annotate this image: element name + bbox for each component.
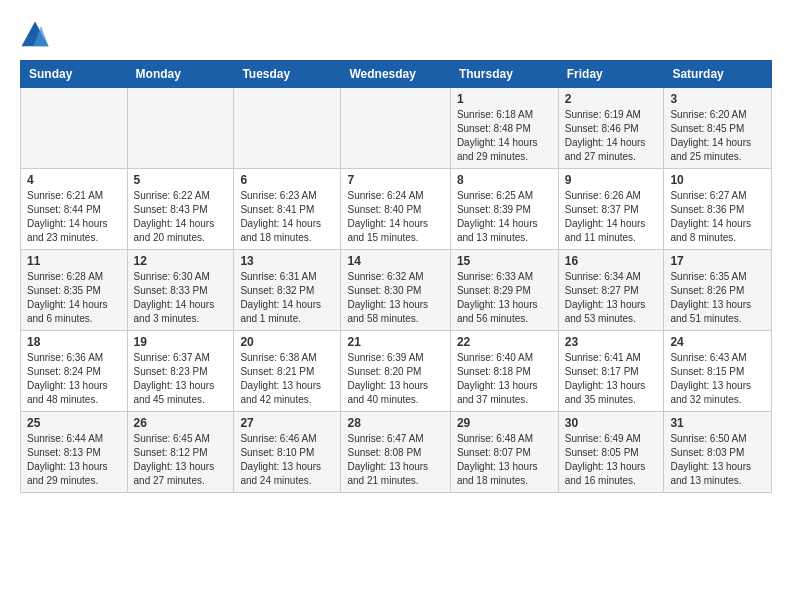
calendar-day-cell: 3Sunrise: 6:20 AM Sunset: 8:45 PM Daylig… — [664, 88, 772, 169]
day-info: Sunrise: 6:28 AM Sunset: 8:35 PM Dayligh… — [27, 270, 121, 326]
day-of-week-header: Sunday — [21, 61, 128, 88]
calendar-day-cell: 31Sunrise: 6:50 AM Sunset: 8:03 PM Dayli… — [664, 412, 772, 493]
calendar-day-cell: 21Sunrise: 6:39 AM Sunset: 8:20 PM Dayli… — [341, 331, 450, 412]
day-info: Sunrise: 6:43 AM Sunset: 8:15 PM Dayligh… — [670, 351, 765, 407]
day-info: Sunrise: 6:37 AM Sunset: 8:23 PM Dayligh… — [134, 351, 228, 407]
day-number: 11 — [27, 254, 121, 268]
day-of-week-header: Friday — [558, 61, 664, 88]
day-number: 8 — [457, 173, 552, 187]
day-info: Sunrise: 6:50 AM Sunset: 8:03 PM Dayligh… — [670, 432, 765, 488]
calendar-day-cell: 7Sunrise: 6:24 AM Sunset: 8:40 PM Daylig… — [341, 169, 450, 250]
calendar-week-row: 25Sunrise: 6:44 AM Sunset: 8:13 PM Dayli… — [21, 412, 772, 493]
day-number: 31 — [670, 416, 765, 430]
calendar-day-cell: 28Sunrise: 6:47 AM Sunset: 8:08 PM Dayli… — [341, 412, 450, 493]
day-number: 19 — [134, 335, 228, 349]
day-info: Sunrise: 6:24 AM Sunset: 8:40 PM Dayligh… — [347, 189, 443, 245]
day-number: 20 — [240, 335, 334, 349]
day-number: 2 — [565, 92, 658, 106]
day-info: Sunrise: 6:38 AM Sunset: 8:21 PM Dayligh… — [240, 351, 334, 407]
day-info: Sunrise: 6:35 AM Sunset: 8:26 PM Dayligh… — [670, 270, 765, 326]
logo — [20, 20, 54, 50]
day-info: Sunrise: 6:18 AM Sunset: 8:48 PM Dayligh… — [457, 108, 552, 164]
day-of-week-header: Monday — [127, 61, 234, 88]
calendar-day-cell — [234, 88, 341, 169]
calendar-day-cell: 6Sunrise: 6:23 AM Sunset: 8:41 PM Daylig… — [234, 169, 341, 250]
calendar-day-cell — [21, 88, 128, 169]
day-number: 15 — [457, 254, 552, 268]
calendar-day-cell: 25Sunrise: 6:44 AM Sunset: 8:13 PM Dayli… — [21, 412, 128, 493]
calendar-day-cell: 24Sunrise: 6:43 AM Sunset: 8:15 PM Dayli… — [664, 331, 772, 412]
calendar-day-cell: 16Sunrise: 6:34 AM Sunset: 8:27 PM Dayli… — [558, 250, 664, 331]
day-of-week-header: Saturday — [664, 61, 772, 88]
day-info: Sunrise: 6:39 AM Sunset: 8:20 PM Dayligh… — [347, 351, 443, 407]
day-number: 4 — [27, 173, 121, 187]
calendar-week-row: 18Sunrise: 6:36 AM Sunset: 8:24 PM Dayli… — [21, 331, 772, 412]
calendar-day-cell: 5Sunrise: 6:22 AM Sunset: 8:43 PM Daylig… — [127, 169, 234, 250]
day-number: 1 — [457, 92, 552, 106]
calendar-day-cell: 17Sunrise: 6:35 AM Sunset: 8:26 PM Dayli… — [664, 250, 772, 331]
day-number: 18 — [27, 335, 121, 349]
day-info: Sunrise: 6:40 AM Sunset: 8:18 PM Dayligh… — [457, 351, 552, 407]
calendar-week-row: 1Sunrise: 6:18 AM Sunset: 8:48 PM Daylig… — [21, 88, 772, 169]
calendar-day-cell: 4Sunrise: 6:21 AM Sunset: 8:44 PM Daylig… — [21, 169, 128, 250]
day-info: Sunrise: 6:36 AM Sunset: 8:24 PM Dayligh… — [27, 351, 121, 407]
calendar-header-row: SundayMondayTuesdayWednesdayThursdayFrid… — [21, 61, 772, 88]
calendar-day-cell: 15Sunrise: 6:33 AM Sunset: 8:29 PM Dayli… — [450, 250, 558, 331]
calendar-day-cell: 13Sunrise: 6:31 AM Sunset: 8:32 PM Dayli… — [234, 250, 341, 331]
day-info: Sunrise: 6:19 AM Sunset: 8:46 PM Dayligh… — [565, 108, 658, 164]
calendar-day-cell: 12Sunrise: 6:30 AM Sunset: 8:33 PM Dayli… — [127, 250, 234, 331]
day-number: 24 — [670, 335, 765, 349]
calendar-day-cell — [341, 88, 450, 169]
calendar-day-cell: 30Sunrise: 6:49 AM Sunset: 8:05 PM Dayli… — [558, 412, 664, 493]
day-info: Sunrise: 6:25 AM Sunset: 8:39 PM Dayligh… — [457, 189, 552, 245]
calendar-day-cell: 2Sunrise: 6:19 AM Sunset: 8:46 PM Daylig… — [558, 88, 664, 169]
day-number: 17 — [670, 254, 765, 268]
day-number: 13 — [240, 254, 334, 268]
day-info: Sunrise: 6:44 AM Sunset: 8:13 PM Dayligh… — [27, 432, 121, 488]
day-number: 21 — [347, 335, 443, 349]
day-number: 26 — [134, 416, 228, 430]
calendar-table: SundayMondayTuesdayWednesdayThursdayFrid… — [20, 60, 772, 493]
day-info: Sunrise: 6:21 AM Sunset: 8:44 PM Dayligh… — [27, 189, 121, 245]
day-info: Sunrise: 6:33 AM Sunset: 8:29 PM Dayligh… — [457, 270, 552, 326]
day-number: 25 — [27, 416, 121, 430]
day-info: Sunrise: 6:48 AM Sunset: 8:07 PM Dayligh… — [457, 432, 552, 488]
calendar-day-cell: 23Sunrise: 6:41 AM Sunset: 8:17 PM Dayli… — [558, 331, 664, 412]
calendar-day-cell: 29Sunrise: 6:48 AM Sunset: 8:07 PM Dayli… — [450, 412, 558, 493]
day-number: 29 — [457, 416, 552, 430]
day-number: 10 — [670, 173, 765, 187]
day-number: 27 — [240, 416, 334, 430]
day-info: Sunrise: 6:46 AM Sunset: 8:10 PM Dayligh… — [240, 432, 334, 488]
calendar-day-cell: 26Sunrise: 6:45 AM Sunset: 8:12 PM Dayli… — [127, 412, 234, 493]
day-number: 5 — [134, 173, 228, 187]
calendar-day-cell: 19Sunrise: 6:37 AM Sunset: 8:23 PM Dayli… — [127, 331, 234, 412]
day-of-week-header: Thursday — [450, 61, 558, 88]
day-number: 7 — [347, 173, 443, 187]
day-number: 3 — [670, 92, 765, 106]
logo-icon — [20, 20, 50, 50]
calendar-day-cell: 10Sunrise: 6:27 AM Sunset: 8:36 PM Dayli… — [664, 169, 772, 250]
day-of-week-header: Tuesday — [234, 61, 341, 88]
calendar-day-cell: 14Sunrise: 6:32 AM Sunset: 8:30 PM Dayli… — [341, 250, 450, 331]
calendar-day-cell — [127, 88, 234, 169]
calendar-day-cell: 18Sunrise: 6:36 AM Sunset: 8:24 PM Dayli… — [21, 331, 128, 412]
page-header — [20, 20, 772, 50]
calendar-day-cell: 9Sunrise: 6:26 AM Sunset: 8:37 PM Daylig… — [558, 169, 664, 250]
day-info: Sunrise: 6:20 AM Sunset: 8:45 PM Dayligh… — [670, 108, 765, 164]
calendar-week-row: 4Sunrise: 6:21 AM Sunset: 8:44 PM Daylig… — [21, 169, 772, 250]
day-info: Sunrise: 6:34 AM Sunset: 8:27 PM Dayligh… — [565, 270, 658, 326]
day-number: 30 — [565, 416, 658, 430]
calendar-day-cell: 1Sunrise: 6:18 AM Sunset: 8:48 PM Daylig… — [450, 88, 558, 169]
day-number: 12 — [134, 254, 228, 268]
day-info: Sunrise: 6:30 AM Sunset: 8:33 PM Dayligh… — [134, 270, 228, 326]
day-number: 16 — [565, 254, 658, 268]
calendar-day-cell: 20Sunrise: 6:38 AM Sunset: 8:21 PM Dayli… — [234, 331, 341, 412]
calendar-day-cell: 27Sunrise: 6:46 AM Sunset: 8:10 PM Dayli… — [234, 412, 341, 493]
calendar-day-cell: 11Sunrise: 6:28 AM Sunset: 8:35 PM Dayli… — [21, 250, 128, 331]
day-number: 9 — [565, 173, 658, 187]
day-info: Sunrise: 6:22 AM Sunset: 8:43 PM Dayligh… — [134, 189, 228, 245]
day-number: 14 — [347, 254, 443, 268]
day-info: Sunrise: 6:32 AM Sunset: 8:30 PM Dayligh… — [347, 270, 443, 326]
day-info: Sunrise: 6:49 AM Sunset: 8:05 PM Dayligh… — [565, 432, 658, 488]
calendar-week-row: 11Sunrise: 6:28 AM Sunset: 8:35 PM Dayli… — [21, 250, 772, 331]
